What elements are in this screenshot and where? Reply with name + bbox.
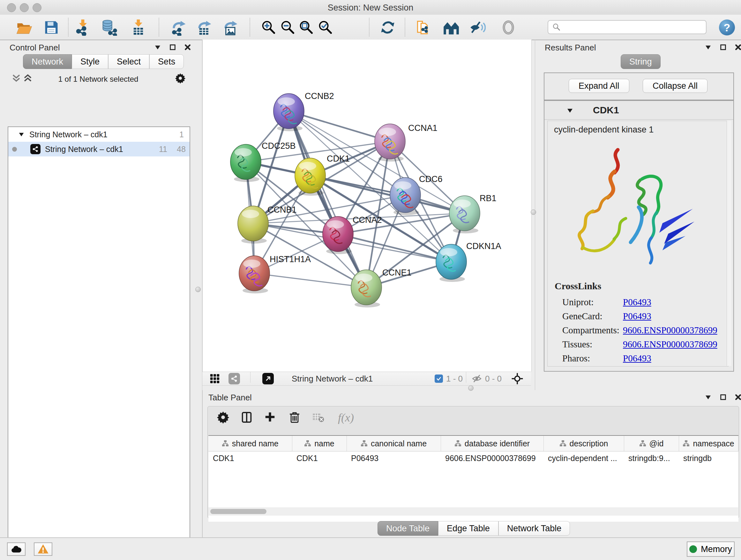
export-image-button[interactable] <box>222 18 240 37</box>
column-header-description[interactable]: description <box>543 435 624 451</box>
network-row-selected[interactable]: String Network – cdk1 11 48 <box>8 142 190 157</box>
column-header-name[interactable]: name <box>292 435 347 451</box>
cell-id[interactable]: stringdb:9... <box>624 451 679 465</box>
panel-float-icon[interactable] <box>154 44 161 51</box>
results-scrollbar[interactable] <box>727 121 731 366</box>
fit-selected-button[interactable] <box>511 372 523 385</box>
network-collection-row[interactable]: String Network – cdk1 1 <box>8 127 190 142</box>
network-node-CDC6[interactable] <box>390 178 421 212</box>
network-selection-status: 1 of 1 Network selected <box>8 75 189 84</box>
table-options-gear-button[interactable] <box>217 411 229 425</box>
help-button[interactable]: ? <box>719 19 735 36</box>
tab-edge-table[interactable]: Edge Table <box>438 521 498 536</box>
show-columns-button[interactable] <box>240 411 253 425</box>
column-header-database-identifier[interactable]: database identifier <box>441 435 543 451</box>
network-node-CCNE1[interactable] <box>351 270 382 305</box>
network-node-RB1[interactable] <box>449 196 480 231</box>
node-label-CCNE1: CCNE1 <box>382 268 412 277</box>
export-table-button[interactable] <box>196 18 214 37</box>
crosslink-tissues[interactable]: 9606.ENSP00000378699 <box>623 339 718 350</box>
gene-header[interactable]: CDK1 <box>544 101 733 120</box>
panel-close-icon[interactable] <box>734 393 741 401</box>
search-input[interactable] <box>564 22 706 32</box>
zoom-out-button[interactable] <box>279 18 297 37</box>
network-node-CDC25B[interactable] <box>230 144 261 179</box>
zoom-fit-content-button[interactable] <box>297 18 315 37</box>
crosslink-compartments[interactable]: 9606.ENSP00000378699 <box>623 325 718 335</box>
memory-button[interactable]: Memory <box>687 542 735 557</box>
expand-all-button[interactable]: Expand All <box>569 79 629 93</box>
import-network-database-button[interactable] <box>100 18 118 37</box>
open-session-button[interactable] <box>15 18 33 37</box>
save-session-button[interactable] <box>43 18 60 37</box>
string-view-button[interactable] <box>228 372 240 385</box>
column-header-canonical-name[interactable]: canonical name <box>347 435 441 451</box>
tab-string[interactable]: String <box>621 54 661 69</box>
selected-indicator[interactable]: 1 - 0 <box>434 372 463 385</box>
crosslink-pharos[interactable]: P06493 <box>623 353 651 364</box>
network-canvas[interactable]: CCNB2CCNA1CDC25BCDK1CDC6RB1CCNB1CCNA2CDK… <box>202 40 532 372</box>
cell-description[interactable]: cyclin-dependent ... <box>543 451 624 465</box>
left-splitter-handle[interactable] <box>195 287 201 292</box>
column-header-namespace[interactable]: namespace <box>679 435 738 451</box>
tab-style[interactable]: Style <box>72 54 108 69</box>
apply-preferred-layout-button[interactable] <box>379 18 397 37</box>
import-network-file-button[interactable] <box>74 18 92 37</box>
table-row[interactable]: CDK1 CDK1 P06493 9606.ENSP00000378699 cy… <box>208 451 738 465</box>
results-panel-title: Results Panel <box>545 43 596 53</box>
birds-eye-view-button[interactable] <box>442 18 460 37</box>
column-header-shared-name[interactable]: shared name <box>208 435 292 451</box>
column-header-id[interactable]: @id <box>624 435 679 451</box>
cloud-status-button[interactable] <box>7 543 25 556</box>
open-in-window-button[interactable] <box>262 372 274 385</box>
panel-float-icon[interactable] <box>704 44 712 51</box>
network-node-CCNA1[interactable] <box>375 124 405 159</box>
cell-name[interactable]: CDK1 <box>292 451 347 465</box>
show-hide-graphics-details-button[interactable] <box>468 18 486 37</box>
panel-maximize-icon[interactable] <box>169 44 176 51</box>
create-column-button[interactable] <box>264 411 276 424</box>
crosslinks-list: Uniprot:P06493 GeneCard:P06493 Compartme… <box>562 295 722 365</box>
hidden-indicator[interactable]: 0 - 0 <box>472 372 502 385</box>
import-table-button[interactable] <box>130 18 147 37</box>
network-node-CCNB2[interactable] <box>273 94 304 129</box>
delete-column-button[interactable] <box>288 411 301 425</box>
zoom-selected-button[interactable] <box>317 18 334 37</box>
tree-expand-icon[interactable] <box>18 131 25 138</box>
panel-maximize-icon[interactable] <box>720 44 727 51</box>
tab-network[interactable]: Network <box>23 54 72 69</box>
cell-shared-name[interactable]: CDK1 <box>208 451 292 465</box>
panel-close-icon[interactable] <box>734 44 741 51</box>
delete-table-button-disabled[interactable] <box>312 411 325 425</box>
export-network-button[interactable] <box>171 18 188 37</box>
crosslink-genecard[interactable]: P06493 <box>623 311 651 321</box>
network-node-CCNA2[interactable] <box>323 216 353 252</box>
table-horizontal-scrollbar[interactable] <box>208 507 738 516</box>
cell-database-identifier[interactable]: 9606.ENSP00000378699 <box>441 451 543 465</box>
tab-network-table[interactable]: Network Table <box>498 521 570 536</box>
function-builder-button[interactable]: f(x) <box>338 411 354 424</box>
crosslink-uniprot[interactable]: P06493 <box>623 297 651 307</box>
tab-select[interactable]: Select <box>108 54 149 69</box>
gene-collapse-icon[interactable] <box>566 107 574 114</box>
network-node-CCNB1[interactable] <box>238 206 268 241</box>
new-network-from-selection-button[interactable] <box>415 18 433 37</box>
grid-view-button[interactable] <box>209 372 220 385</box>
panel-close-icon[interactable] <box>184 44 192 51</box>
panel-maximize-icon[interactable] <box>720 394 727 401</box>
tab-sets[interactable]: Sets <box>149 54 184 69</box>
tab-node-table[interactable]: Node Table <box>378 521 438 536</box>
scrollbar-thumb[interactable] <box>210 509 266 514</box>
warnings-button[interactable] <box>34 543 52 556</box>
level-of-detail-button[interactable] <box>499 18 517 37</box>
panel-float-icon[interactable] <box>704 393 712 401</box>
network-node-CDK1[interactable] <box>295 158 326 193</box>
collapse-all-button[interactable]: Collapse All <box>643 79 708 93</box>
network-options-gear-icon[interactable] <box>175 73 186 84</box>
network-node-HIST1H1A[interactable] <box>239 256 270 291</box>
toolbar-separator <box>405 18 405 37</box>
zoom-in-button[interactable] <box>260 18 278 37</box>
cell-canonical-name[interactable]: P06493 <box>347 451 441 465</box>
cell-namespace[interactable]: stringdb <box>679 451 738 465</box>
network-node-CDKN1A[interactable] <box>436 244 467 279</box>
